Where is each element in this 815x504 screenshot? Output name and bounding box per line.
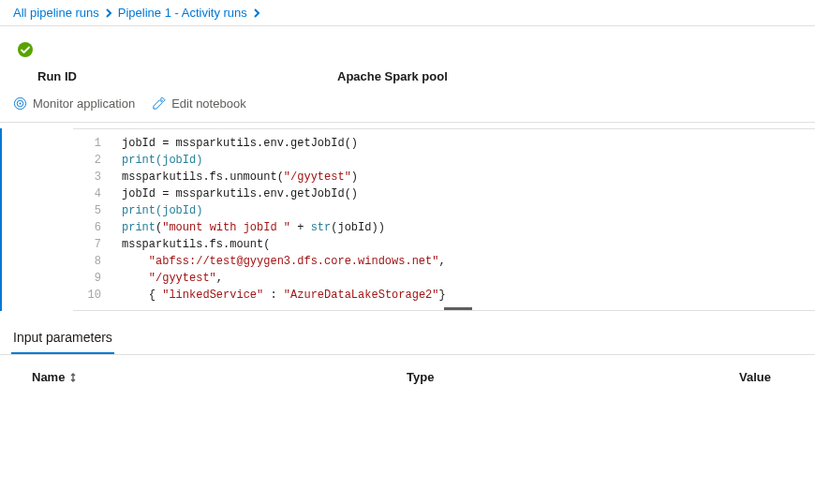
column-name[interactable]: Name xyxy=(32,370,407,384)
details-tabs: Input parameters xyxy=(0,324,815,355)
breadcrumb-pipeline[interactable]: Pipeline 1 - Activity runs xyxy=(118,6,247,20)
column-type[interactable]: Type xyxy=(407,370,739,384)
chevron-right-icon xyxy=(253,8,260,18)
edit-notebook-label: Edit notebook xyxy=(171,96,246,111)
line-numbers: 1 2 3 4 5 6 7 8 9 10 xyxy=(73,135,107,304)
run-info-labels: Run ID Apache Spark pool xyxy=(0,66,815,91)
params-table-header: Name Type Value xyxy=(0,355,815,399)
success-icon xyxy=(17,41,34,58)
monitor-icon xyxy=(13,96,27,111)
actions-bar: Monitor application Edit notebook xyxy=(0,91,815,123)
status-row xyxy=(0,26,815,66)
edit-icon xyxy=(152,96,166,111)
code-content: jobId = mssparkutils.env.getJobId() prin… xyxy=(107,135,446,304)
chevron-right-icon xyxy=(105,8,112,18)
sort-icon xyxy=(68,373,78,382)
monitor-application-label: Monitor application xyxy=(33,96,135,111)
breadcrumb: All pipeline runs Pipeline 1 - Activity … xyxy=(0,0,815,26)
svg-point-0 xyxy=(18,42,33,57)
notebook-code-cell: 1 2 3 4 5 6 7 8 9 10 jobId = mssparkutil… xyxy=(0,128,815,311)
breadcrumb-all-runs[interactable]: All pipeline runs xyxy=(13,6,99,20)
horizontal-scrollbar[interactable] xyxy=(444,307,472,310)
spark-pool-label: Apache Spark pool xyxy=(337,69,448,83)
monitor-application-button[interactable]: Monitor application xyxy=(13,96,135,111)
run-id-label: Run ID xyxy=(37,69,337,83)
column-value[interactable]: Value xyxy=(739,370,783,384)
code-editor[interactable]: 1 2 3 4 5 6 7 8 9 10 jobId = mssparkutil… xyxy=(73,128,815,311)
svg-point-3 xyxy=(20,103,22,105)
edit-notebook-button[interactable]: Edit notebook xyxy=(152,96,246,111)
tab-input-parameters[interactable]: Input parameters xyxy=(11,324,114,354)
